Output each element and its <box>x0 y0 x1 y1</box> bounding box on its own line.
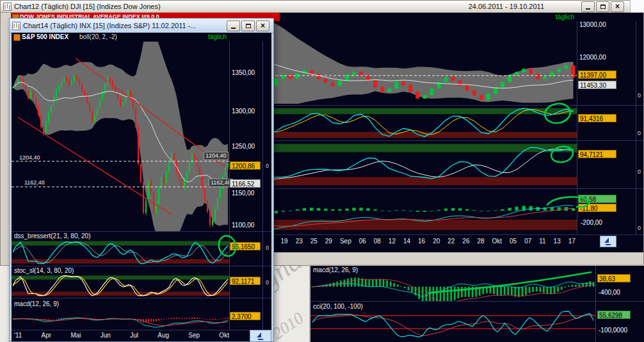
window-title: Chart14 (Täglich) INX [15] (Indizes S&P)… <box>23 22 196 29</box>
axis-label: Okt <box>219 332 229 339</box>
scale-label: 1300,00 <box>232 108 255 115</box>
chart14-content: S&P 500 INDEX boll(20, 2, -2) täglich 12… <box>12 33 271 341</box>
maximize-icon <box>600 4 606 9</box>
macd-upper-value-box: 60,58 <box>578 195 616 203</box>
level-tag-upper: 1204,40 <box>204 152 229 160</box>
indicator-label: macd(12, 26, 9) <box>313 266 358 273</box>
macd-value-box: 38,63 <box>597 274 631 282</box>
axis-label: 28 <box>477 238 484 245</box>
time-axis: '11AprMaiJunJulAugSepOkt <box>14 332 229 339</box>
last-price-box: 1200,86 <box>230 161 261 170</box>
axis-label: 11 <box>539 238 545 245</box>
zero-scale-label: 0 <box>266 279 269 286</box>
panel-divider <box>12 266 271 266</box>
scale-label: 12000,00 <box>579 54 606 61</box>
window-icon <box>3 3 12 11</box>
panel-divider <box>12 298 271 298</box>
axis-label: '11 <box>14 332 22 339</box>
axis-label: 14 <box>403 238 410 245</box>
close-button[interactable]: × <box>256 20 270 31</box>
axis-label: 23 <box>296 238 303 245</box>
indicator-label[interactable]: macd(12, 26, 9) <box>14 300 59 307</box>
stochastic2-value-box: 94,7121 <box>578 150 616 158</box>
last-price-box: 11397,00 <box>578 70 616 79</box>
axis-label: 22 <box>447 238 455 245</box>
price-chart-sp500[interactable] <box>12 42 229 231</box>
axis-label: Jul <box>130 332 138 339</box>
app-watermark-year: 2010 <box>269 309 307 342</box>
panel-divider <box>12 330 271 330</box>
maximize-button[interactable] <box>241 20 255 31</box>
timeframe-label: täglich <box>201 33 227 40</box>
axis-label: 16 <box>418 238 425 245</box>
desktop-patch <box>630 0 644 13</box>
dss-value-box: 96,1650 <box>230 242 261 250</box>
scale-label: 1250,00 <box>232 143 255 150</box>
time-axis: 719232529Sep060812141620222628Okt0507111… <box>270 238 576 245</box>
instrument-name[interactable]: S&P 500 INDEX <box>22 33 68 40</box>
macd-value-box: 2,3700 <box>230 312 261 320</box>
axis-label: 05 <box>510 238 517 245</box>
scale-label: -200,00 <box>581 219 602 226</box>
indicator-label: cci(20, 100, -100) <box>313 303 363 310</box>
stochastic-value-box: 92,1171 <box>230 277 261 285</box>
minimize-button[interactable] <box>227 20 240 31</box>
axis-label: 29 <box>325 238 332 245</box>
scale-label: 1150,00 <box>232 190 254 197</box>
zero-scale-label: 0 <box>638 92 641 99</box>
stochastic-panel[interactable] <box>12 275 229 297</box>
zero-scale-label: 0 <box>638 168 641 175</box>
indicator-label[interactable]: stoc_sl(14, 3, 80, 20) <box>14 267 74 274</box>
band-value-box: 1166,52 <box>230 179 261 188</box>
sail-icon <box>603 237 613 246</box>
zero-scale-label: 0 <box>266 245 269 251</box>
chart12-titlebar[interactable]: Chart12 (Täglich) DJI [15] (Indizes Dow … <box>1 1 643 13</box>
scale-label: -100,0000 <box>599 327 627 334</box>
close-icon: × <box>615 3 620 10</box>
timeframe-label: täglich <box>546 13 574 20</box>
axis-label: 26 <box>462 238 469 245</box>
chart13-window: macd(12, 26, 9) 38,63 -400,00 cci(20, 10… <box>309 265 644 342</box>
indicator-label[interactable]: dss_bressert(21, 3, 80, 20) <box>14 232 91 240</box>
axis-label: Jun <box>101 332 111 339</box>
chart14-titlebar[interactable]: Chart14 (Täglich) INX [15] (Indizes S&P)… <box>10 19 273 33</box>
maximize-button[interactable] <box>596 1 609 12</box>
date-range-label: 24.06.2011 - 19.10.2011 <box>469 3 544 10</box>
panel-divider <box>12 231 271 232</box>
dss-panel[interactable] <box>12 240 229 265</box>
level-label-lower: 1162,48 <box>24 179 45 186</box>
close-icon: × <box>261 22 265 29</box>
axis-label: 06 <box>359 238 366 245</box>
chart13-content: macd(12, 26, 9) 38,63 -400,00 cci(20, 10… <box>310 266 644 342</box>
axis-label: Sep <box>188 332 200 339</box>
minimize-icon <box>231 28 236 29</box>
window-title: Chart12 (Täglich) DJI [15] (Indizes Dow … <box>14 3 161 10</box>
zero-scale-label: 0 <box>638 225 641 231</box>
minimize-icon <box>586 8 590 10</box>
level-label-upper: 1204,40 <box>19 154 40 161</box>
band-value-box: 11453,30 <box>578 81 616 89</box>
instrument-icon <box>13 34 20 41</box>
axis-label: Mai <box>70 332 81 339</box>
axis-label: 25 <box>310 238 318 245</box>
axis-label: 08 <box>374 238 381 245</box>
scroll-to-end-button[interactable] <box>600 236 616 247</box>
scale-divider <box>636 21 636 234</box>
study-label[interactable]: boll(20, 2, -2) <box>79 33 117 40</box>
maximize-icon <box>246 24 251 28</box>
close-button[interactable]: × <box>611 1 624 12</box>
macd-panel[interactable] <box>12 308 229 330</box>
axis-label: 17 <box>568 238 576 245</box>
zero-scale-label: 0 <box>266 163 269 169</box>
minimize-button[interactable] <box>581 1 595 12</box>
macd-value-box: -11,80 <box>578 204 616 212</box>
axis-label: Okt <box>492 238 503 245</box>
axis-label: Aug <box>157 332 169 339</box>
scale-label: 1350,00 <box>232 69 255 76</box>
cci-value-box: 55,6298 <box>597 311 631 319</box>
axis-label: 12 <box>389 238 396 245</box>
scroll-to-end-button[interactable] <box>250 330 271 341</box>
axis-label: 13 <box>554 238 561 245</box>
zero-scale-label: 0 <box>638 130 641 136</box>
axis-label: 07 <box>524 238 531 245</box>
